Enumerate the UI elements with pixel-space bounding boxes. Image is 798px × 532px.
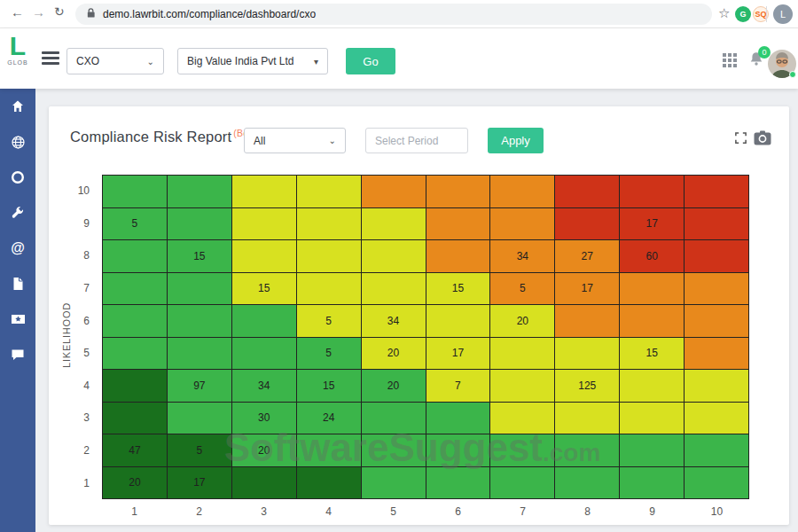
heatmap-cell[interactable] (426, 208, 491, 241)
sidebar-item-globe[interactable] (0, 124, 35, 160)
heatmap-cell[interactable] (103, 338, 168, 371)
sidebar-item-ticket[interactable] (0, 301, 35, 337)
heatmap-cell[interactable] (490, 176, 555, 208)
heatmap-cell[interactable]: 20 (232, 434, 297, 467)
company-select[interactable]: Big Value India Pvt Ltd ▾ (177, 48, 328, 74)
heatmap-cell[interactable] (103, 176, 168, 208)
heatmap-cell[interactable] (103, 370, 168, 403)
heatmap-cell[interactable] (620, 467, 685, 500)
app-logo[interactable]: L GLOB (0, 28, 35, 89)
heatmap-cell[interactable] (232, 467, 297, 500)
heatmap-cell[interactable] (490, 370, 555, 403)
heatmap-cell[interactable] (297, 240, 362, 273)
heatmap-cell[interactable]: 17 (620, 208, 685, 241)
heatmap-cell[interactable]: 15 (426, 273, 491, 306)
heatmap-cell[interactable] (685, 208, 749, 241)
heatmap-cell[interactable] (362, 176, 426, 208)
hamburger-menu-icon[interactable] (42, 51, 59, 65)
heatmap-cell[interactable]: 15 (232, 273, 297, 306)
role-select[interactable]: CXO ⌄ (66, 48, 164, 74)
heatmap-cell[interactable]: 17 (555, 273, 620, 306)
extension-g-icon[interactable]: G (735, 6, 751, 22)
filter-select[interactable]: All ⌄ (244, 128, 346, 153)
heatmap-cell[interactable] (685, 403, 749, 435)
heatmap-cell[interactable]: 17 (426, 338, 491, 371)
heatmap-cell[interactable]: 20 (490, 305, 555, 338)
heatmap-cell[interactable]: 47 (103, 434, 168, 467)
heatmap-cell[interactable] (426, 403, 491, 435)
heatmap-cell[interactable]: 24 (297, 403, 362, 435)
back-icon[interactable]: ← (11, 4, 24, 20)
heatmap-cell[interactable] (426, 434, 491, 467)
heatmap-cell[interactable] (555, 208, 620, 241)
camera-screenshot-icon[interactable] (754, 130, 771, 149)
heatmap-cell[interactable] (685, 338, 749, 371)
go-button[interactable]: Go (346, 48, 395, 74)
heatmap-cell[interactable]: 5 (297, 305, 362, 338)
heatmap-cell[interactable] (490, 434, 555, 467)
heatmap-cell[interactable]: 97 (168, 370, 232, 403)
address-bar[interactable]: demo.lawrbit.com/compliance/dashboard/cx… (75, 4, 712, 25)
heatmap-cell[interactable] (490, 208, 555, 241)
sidebar-item-wrench[interactable] (0, 195, 35, 231)
heatmap-cell[interactable] (362, 240, 426, 273)
heatmap-cell[interactable]: 15 (297, 370, 362, 403)
heatmap-cell[interactable] (426, 305, 491, 338)
heatmap-cell[interactable] (555, 403, 620, 435)
heatmap-cell[interactable] (555, 338, 620, 371)
heatmap-cell[interactable] (103, 403, 168, 435)
heatmap-cell[interactable] (685, 370, 749, 403)
heatmap-cell[interactable]: 27 (555, 240, 620, 273)
heatmap-cell[interactable]: 34 (232, 370, 297, 403)
heatmap-cell[interactable] (555, 305, 620, 338)
heatmap-cell[interactable] (620, 434, 685, 467)
heatmap-cell[interactable]: 20 (103, 467, 168, 500)
sidebar-item-home[interactable] (0, 89, 35, 124)
period-input[interactable] (365, 128, 468, 153)
heatmap-cell[interactable] (490, 467, 555, 500)
sidebar-item-document[interactable] (0, 266, 35, 301)
heatmap-cell[interactable]: 5 (103, 208, 168, 241)
heatmap-cell[interactable] (685, 240, 749, 273)
heatmap-cell[interactable] (620, 273, 685, 306)
apply-button[interactable]: Apply (488, 128, 544, 153)
heatmap-cell[interactable] (297, 273, 362, 306)
heatmap-cell[interactable] (362, 208, 426, 241)
heatmap-cell[interactable] (620, 403, 685, 435)
heatmap-cell[interactable] (103, 273, 168, 306)
heatmap-cell[interactable]: 17 (168, 467, 232, 500)
heatmap-cell[interactable]: 15 (168, 240, 232, 273)
heatmap-cell[interactable]: 5 (490, 273, 555, 306)
heatmap-cell[interactable] (168, 338, 232, 371)
reload-icon[interactable]: ↻ (54, 4, 65, 19)
heatmap-cell[interactable] (426, 240, 491, 273)
heatmap-cell[interactable] (362, 467, 426, 500)
heatmap-cell[interactable]: 125 (555, 370, 620, 403)
heatmap-cell[interactable] (362, 273, 426, 306)
heatmap-cell[interactable] (168, 403, 232, 435)
heatmap-cell[interactable] (490, 338, 555, 371)
sidebar-item-ring[interactable] (0, 160, 35, 195)
heatmap-cell[interactable] (297, 434, 362, 467)
heatmap-cell[interactable] (426, 176, 491, 208)
heatmap-cell[interactable] (297, 176, 362, 208)
heatmap-cell[interactable] (555, 176, 620, 208)
notification-bell-icon[interactable]: 0 (747, 51, 769, 74)
bookmark-star-icon[interactable]: ☆ (718, 5, 730, 21)
heatmap-cell[interactable] (297, 467, 362, 500)
heatmap-cell[interactable] (685, 467, 749, 500)
heatmap-cell[interactable]: 20 (362, 370, 426, 403)
heatmap-cell[interactable] (685, 176, 749, 208)
heatmap-cell[interactable]: 5 (168, 434, 232, 467)
forward-icon[interactable]: → (32, 4, 45, 20)
heatmap-cell[interactable] (103, 305, 168, 338)
heatmap-cell[interactable]: 7 (426, 370, 491, 403)
heatmap-cell[interactable] (555, 434, 620, 467)
heatmap-cell[interactable] (232, 338, 297, 371)
heatmap-cell[interactable]: 30 (232, 403, 297, 435)
heatmap-cell[interactable] (620, 305, 685, 338)
heatmap-cell[interactable] (232, 240, 297, 273)
heatmap-cell[interactable] (426, 467, 491, 500)
heatmap-cell[interactable] (297, 208, 362, 241)
browser-profile-avatar[interactable]: L (773, 4, 793, 24)
